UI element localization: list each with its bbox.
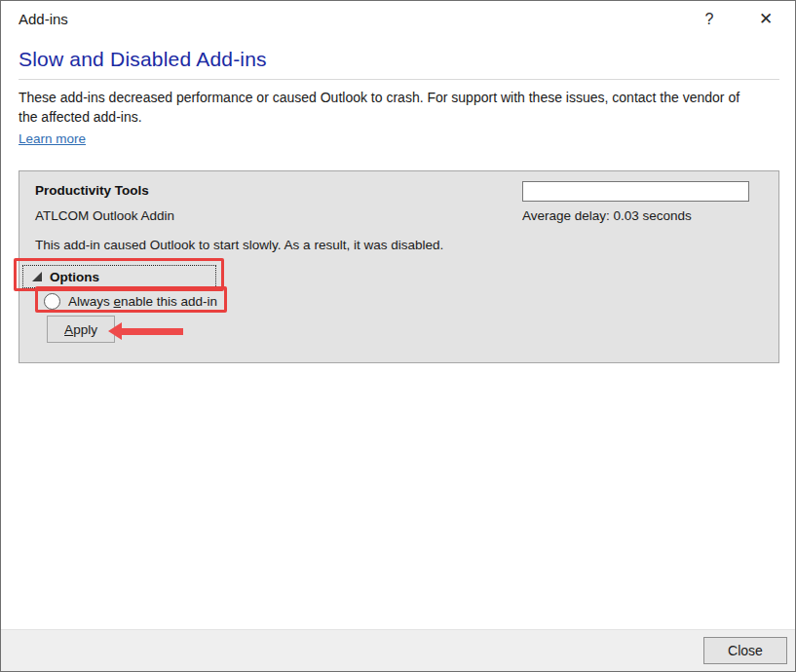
expand-triangle-icon [32,272,42,281]
help-icon: ? [705,11,714,27]
annotation-arrow-shaft [121,328,183,335]
page-title: Slow and Disabled Add-ins [19,48,267,71]
options-toggle[interactable]: Options [22,265,216,288]
apply-button[interactable]: Apply [47,316,115,343]
options-label: Options [50,270,99,284]
addins-dialog: Add-ins ? ✕ Slow and Disabled Add-ins Th… [0,0,796,672]
average-delay-text: Average delay: 0.03 seconds [522,208,692,223]
radio-label: Always enable this add-in [68,294,217,309]
window-title: Add-ins [19,11,68,27]
status-message: This add-in caused Outlook to start slow… [35,238,443,252]
delay-input[interactable] [522,181,749,202]
addin-name: ATLCOM Outlook Addin [35,208,174,223]
description-line-1: These add-ins decreased performance or c… [19,88,784,107]
heading-divider [19,79,779,80]
help-button[interactable]: ? [697,7,722,32]
always-enable-radio[interactable]: Always enable this add-in [44,291,217,311]
description-text: These add-ins decreased performance or c… [19,88,784,127]
close-button[interactable]: Close [703,637,787,664]
close-icon: ✕ [759,10,773,28]
titlebar: Add-ins ? ✕ [1,1,795,40]
addin-group-name: Productivity Tools [35,183,149,198]
learn-more-link[interactable]: Learn more [19,131,86,146]
description-line-2: the affected add-ins. [19,107,784,127]
close-window-button[interactable]: ✕ [753,7,778,32]
dialog-footer: Close [1,629,795,671]
addin-panel: Productivity Tools ATLCOM Outlook Addin … [19,170,779,363]
radio-circle-icon [44,293,60,310]
